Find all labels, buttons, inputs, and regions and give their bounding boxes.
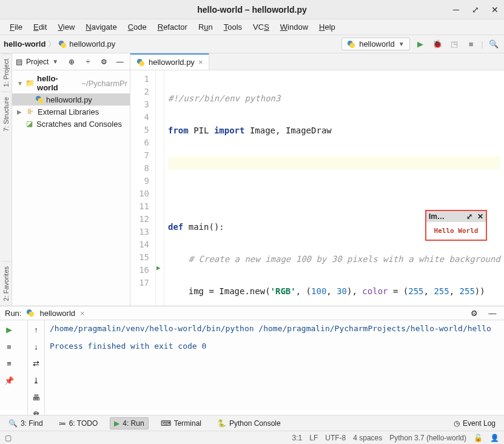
project-panel-title: Project	[26, 58, 49, 66]
navigation-bar: hello-world 〉 helloworld.py helloworld ▼…	[0, 35, 504, 53]
up-button[interactable]: ↑	[30, 323, 43, 336]
svg-point-9	[29, 311, 35, 317]
chevron-down-icon: ▼	[398, 41, 405, 47]
menu-edit[interactable]: Edit	[29, 21, 52, 33]
overlay-content: Hello World	[426, 222, 486, 240]
python-file-icon	[35, 95, 44, 104]
menu-file[interactable]: File	[5, 21, 27, 33]
left-tool-strip: 1: Project 7: Structure 2: Favorites	[0, 53, 12, 306]
chevron-down-icon[interactable]: ▼	[52, 58, 58, 65]
tree-scratch-label: Scratches and Consoles	[36, 119, 122, 129]
wrap-button[interactable]: ⇄	[30, 357, 43, 370]
window-titlebar: hello-world – helloworld.py ─ ⤢ ✕	[0, 0, 504, 19]
tool-find[interactable]: 🔍3: Find	[5, 418, 47, 429]
close-run-tab-icon[interactable]: ×	[80, 309, 85, 318]
layout-button[interactable]: ≡	[2, 357, 16, 370]
run-tab-name[interactable]: helloworld	[39, 309, 75, 318]
editor-tab-label: helloworld.py	[149, 58, 195, 67]
image-preview-window[interactable]: Im… ⤢ ✕ Hello World	[425, 210, 487, 241]
tool-terminal[interactable]: ⌨Terminal	[157, 418, 205, 429]
gear-icon[interactable]: ⚙	[468, 306, 481, 320]
close-icon[interactable]: ✕	[491, 5, 499, 14]
editor-tab-helloworld[interactable]: helloworld.py ×	[130, 53, 209, 70]
menu-code[interactable]: Code	[123, 21, 152, 33]
locate-icon[interactable]: ⊕	[66, 55, 78, 69]
python-file-icon	[136, 58, 145, 67]
rerun-button[interactable]: ▶	[2, 323, 16, 336]
tool-event-log[interactable]: ◷Event Log	[450, 418, 499, 429]
overlay-maximize-icon[interactable]: ⤢	[466, 212, 472, 221]
menu-help[interactable]: Help	[314, 21, 340, 33]
tree-external-libraries[interactable]: ▶ ⊪ External Libraries	[12, 106, 130, 118]
main-area: 1: Project 7: Structure 2: Favorites ▤ P…	[0, 53, 504, 306]
collapse-icon[interactable]: ÷	[82, 55, 94, 69]
status-encoding[interactable]: UTF-8	[325, 434, 346, 442]
menu-view[interactable]: View	[53, 21, 79, 33]
project-tree: ▼ 📁 hello-world ~/PycharmPr helloworld.p…	[12, 70, 130, 132]
pin-button[interactable]: 📌	[2, 374, 16, 387]
maximize-icon[interactable]: ⤢	[471, 5, 480, 14]
stop-button[interactable]: ■	[465, 38, 478, 51]
terminal-icon: ⌨	[161, 419, 171, 428]
hide-icon[interactable]: —	[486, 306, 499, 320]
menu-tools[interactable]: Tools	[219, 21, 247, 33]
overlay-titlebar: Im… ⤢ ✕	[426, 211, 486, 222]
tree-scratches[interactable]: ◪ Scratches and Consoles	[12, 118, 130, 130]
coverage-button[interactable]: ◳	[448, 38, 461, 51]
run-output[interactable]: /home/pragmalin/venv/hello-world/bin/pyt…	[45, 320, 504, 423]
status-indent[interactable]: 4 spaces	[353, 434, 382, 442]
print-button[interactable]: 🖶	[30, 391, 43, 404]
down-button[interactable]: ↓	[30, 340, 43, 353]
lock-icon[interactable]: 🔓	[474, 434, 483, 442]
debug-button[interactable]: 🐞	[431, 38, 444, 51]
status-line-ending[interactable]: LF	[309, 434, 318, 442]
run-gutter-icon[interactable]: ▶	[156, 264, 161, 272]
search-everywhere-button[interactable]: 🔍	[487, 38, 500, 51]
breadcrumb-project[interactable]: hello-world	[4, 39, 45, 49]
gear-icon[interactable]: ⚙	[98, 55, 110, 69]
breadcrumb-file[interactable]: helloworld.py	[69, 39, 115, 49]
run-toolbar-left2: ↑ ↓ ⇄ ⤓ 🖶 🗑	[28, 320, 45, 423]
caret-down-icon: ▼	[17, 80, 23, 87]
code-line-1: #!/usr/bin/env python3	[168, 93, 280, 103]
tool-tab-structure[interactable]: 7: Structure	[1, 92, 11, 136]
status-icon[interactable]: ▢	[5, 434, 12, 442]
folder-icon: 📁	[25, 78, 35, 88]
tool-tab-project[interactable]: 1: Project	[1, 53, 11, 92]
tool-run[interactable]: ▶4: Run	[110, 417, 148, 429]
run-toolbar-left: ▶ ■ ≡ 📌	[0, 320, 28, 423]
run-button[interactable]: ▶	[414, 38, 427, 51]
todo-icon: ≔	[59, 419, 66, 428]
python-icon	[347, 40, 355, 49]
hide-icon[interactable]: —	[114, 55, 126, 69]
chevron-right-icon: 〉	[48, 39, 56, 50]
breadcrumb: hello-world 〉 helloworld.py	[4, 39, 115, 50]
status-interpreter[interactable]: Python 3.7 (hello-world)	[389, 434, 466, 442]
overlay-close-icon[interactable]: ✕	[477, 212, 483, 221]
code-editor[interactable]: 1234567891011121314151617 ▶ #!/usr/bin/e…	[130, 70, 504, 306]
run-config-selector[interactable]: helloworld ▼	[341, 38, 409, 50]
menu-refactor[interactable]: Refactor	[153, 21, 192, 33]
close-tab-icon[interactable]: ×	[198, 58, 203, 67]
run-toolbar: helloworld ▼ ▶ 🐞 ◳ ■ | 🔍	[341, 38, 500, 51]
tool-python-console[interactable]: 🐍Python Console	[213, 418, 284, 429]
tool-tab-favorites[interactable]: 2: Favorites	[1, 261, 11, 306]
tree-root[interactable]: ▼ 📁 hello-world ~/PycharmPr	[12, 73, 130, 93]
scratch-icon: ◪	[24, 119, 34, 129]
run-label: Run:	[5, 309, 21, 318]
scroll-button[interactable]: ⤓	[30, 374, 43, 387]
minimize-icon[interactable]: ─	[452, 5, 460, 14]
menu-run[interactable]: Run	[193, 21, 218, 33]
status-bar: ▢ 3:1 LF UTF-8 4 spaces Python 3.7 (hell…	[0, 431, 504, 444]
stop-button[interactable]: ■	[2, 340, 16, 353]
menu-window[interactable]: Window	[275, 21, 313, 33]
python-file-icon	[58, 40, 67, 49]
menu-vcs[interactable]: VCS	[248, 21, 274, 33]
svg-point-5	[38, 98, 43, 103]
inspector-icon[interactable]: 👤	[490, 434, 499, 442]
tool-todo[interactable]: ≔6: TODO	[55, 418, 102, 429]
menu-navigate[interactable]: Navigate	[81, 21, 121, 33]
tree-file-helloworld[interactable]: helloworld.py	[12, 93, 130, 106]
code-lines[interactable]: #!/usr/bin/env python3 from PIL import I…	[164, 70, 504, 306]
status-cursor-pos[interactable]: 3:1	[292, 434, 303, 442]
